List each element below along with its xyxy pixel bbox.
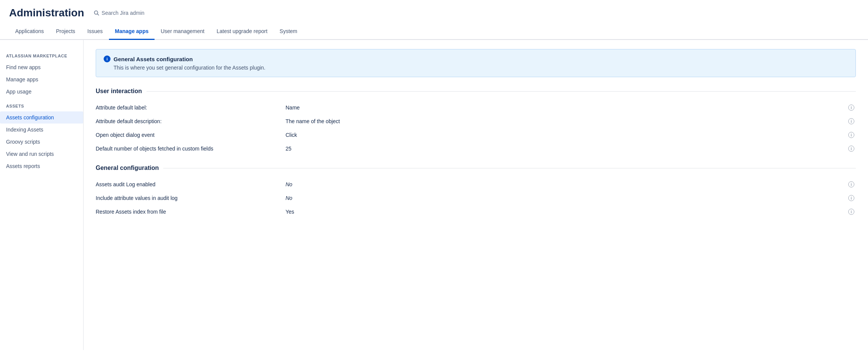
info-circle-icon[interactable]: i xyxy=(848,195,854,201)
config-row-restore-assets-index: Restore Assets index from file Yes i xyxy=(96,205,856,219)
config-info-restore-assets-index[interactable]: i xyxy=(847,209,856,215)
config-value-include-attribute-values: No xyxy=(286,195,847,201)
config-row-include-attribute-values: Include attribute values in audit log No… xyxy=(96,191,856,205)
info-circle-icon[interactable]: i xyxy=(848,105,854,111)
config-row-attribute-default-label: Attribute default label: Name i xyxy=(96,101,856,114)
tab-user-management[interactable]: User management xyxy=(155,24,210,40)
config-value-attribute-default-label: Name xyxy=(286,105,847,111)
user-interaction-section: User interaction Attribute default label… xyxy=(96,88,856,155)
sidebar-item-view-and-run-scripts[interactable]: View and run scripts xyxy=(0,148,83,160)
sidebar-item-assets-configuration[interactable]: Assets configuration xyxy=(0,111,83,124)
svg-line-1 xyxy=(97,14,99,16)
page-header: Administration Search Jira admin xyxy=(0,0,868,24)
info-circle-icon[interactable]: i xyxy=(848,146,854,152)
config-label-audit-log-enabled: Assets audit Log enabled xyxy=(96,181,286,187)
info-circle-icon[interactable]: i xyxy=(848,209,854,215)
config-value-attribute-default-description: The name of the object xyxy=(286,118,847,124)
config-row-audit-log-enabled: Assets audit Log enabled No i xyxy=(96,178,856,191)
config-info-default-objects-fetched[interactable]: i xyxy=(847,146,856,152)
sidebar-item-indexing-assets[interactable]: Indexing Assets xyxy=(0,124,83,136)
tab-system[interactable]: System xyxy=(273,24,303,40)
config-value-restore-assets-index: Yes xyxy=(286,209,847,215)
config-label-attribute-default-description: Attribute default description: xyxy=(96,118,286,124)
config-label-open-object-dialog: Open object dialog event xyxy=(96,132,286,138)
config-info-include-attribute-values[interactable]: i xyxy=(847,195,856,201)
search-area[interactable]: Search Jira admin xyxy=(93,10,145,16)
search-label: Search Jira admin xyxy=(102,10,145,16)
info-banner-text: This is where you set general configurat… xyxy=(104,65,848,71)
tab-applications[interactable]: Applications xyxy=(9,24,50,40)
info-banner-title: i General Assets configuration xyxy=(104,55,848,62)
info-circle-icon[interactable]: i xyxy=(848,181,854,187)
section-divider-general xyxy=(163,168,856,168)
config-info-attribute-default-description[interactable]: i xyxy=(847,118,856,124)
tab-issues[interactable]: Issues xyxy=(81,24,109,40)
section-title-general-configuration: General configuration xyxy=(96,165,159,171)
sidebar: ATLASSIAN MARKETPLACE Find new apps Mana… xyxy=(0,40,84,350)
config-row-default-objects-fetched: Default number of objects fetched in cus… xyxy=(96,142,856,155)
tab-latest-upgrade-report[interactable]: Latest upgrade report xyxy=(210,24,273,40)
info-circle-icon[interactable]: i xyxy=(848,118,854,124)
search-icon xyxy=(93,10,99,16)
section-divider xyxy=(147,91,856,92)
main-layout: ATLASSIAN MARKETPLACE Find new apps Mana… xyxy=(0,40,868,350)
nav-tabs: Applications Projects Issues Manage apps… xyxy=(0,24,868,40)
config-row-open-object-dialog: Open object dialog event Click i xyxy=(96,128,856,142)
config-value-audit-log-enabled: No xyxy=(286,181,847,187)
page-title: Administration xyxy=(9,7,84,19)
config-value-default-objects-fetched: 25 xyxy=(286,146,847,152)
sidebar-item-manage-apps[interactable]: Manage apps xyxy=(0,73,83,86)
config-value-open-object-dialog: Click xyxy=(286,132,847,138)
section-header-user-interaction: User interaction xyxy=(96,88,856,95)
tab-manage-apps[interactable]: Manage apps xyxy=(109,24,155,40)
info-icon: i xyxy=(104,55,110,62)
config-info-attribute-default-label[interactable]: i xyxy=(847,105,856,111)
info-banner: i General Assets configuration This is w… xyxy=(96,49,856,77)
config-info-audit-log-enabled[interactable]: i xyxy=(847,181,856,187)
config-label-include-attribute-values: Include attribute values in audit log xyxy=(96,195,286,201)
sidebar-section-marketplace: ATLASSIAN MARKETPLACE xyxy=(0,48,83,61)
info-circle-icon[interactable]: i xyxy=(848,132,854,138)
config-label-default-objects-fetched: Default number of objects fetched in cus… xyxy=(96,146,286,152)
sidebar-item-app-usage[interactable]: App usage xyxy=(0,86,83,98)
main-content: i General Assets configuration This is w… xyxy=(84,40,868,350)
sidebar-item-assets-reports[interactable]: Assets reports xyxy=(0,160,83,172)
config-label-attribute-default-label: Attribute default label: xyxy=(96,105,286,111)
section-header-general-configuration: General configuration xyxy=(96,165,856,171)
section-title-user-interaction: User interaction xyxy=(96,88,142,95)
config-info-open-object-dialog[interactable]: i xyxy=(847,132,856,138)
tab-projects[interactable]: Projects xyxy=(50,24,82,40)
config-label-restore-assets-index: Restore Assets index from file xyxy=(96,209,286,215)
general-configuration-section: General configuration Assets audit Log e… xyxy=(96,165,856,219)
config-row-attribute-default-description: Attribute default description: The name … xyxy=(96,114,856,128)
sidebar-item-find-new-apps[interactable]: Find new apps xyxy=(0,61,83,73)
sidebar-item-groovy-scripts[interactable]: Groovy scripts xyxy=(0,136,83,148)
sidebar-section-assets: ASSETS xyxy=(0,98,83,111)
